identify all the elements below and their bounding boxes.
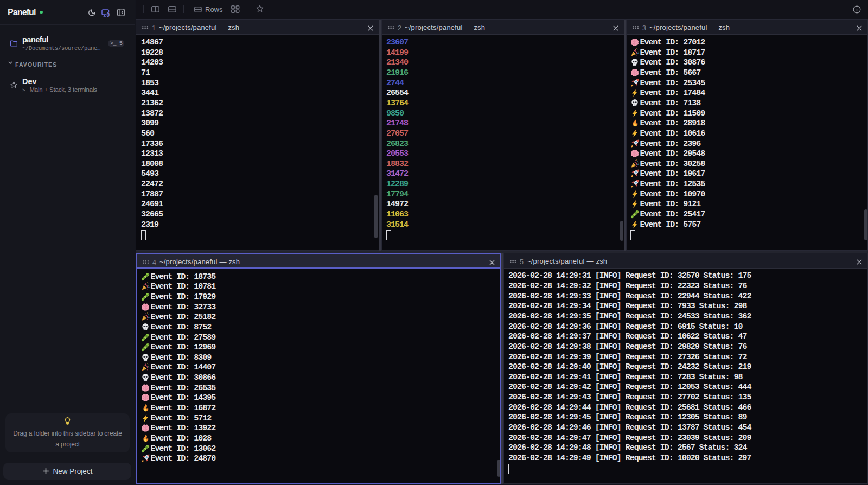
svg-text:0: 0	[107, 12, 110, 17]
